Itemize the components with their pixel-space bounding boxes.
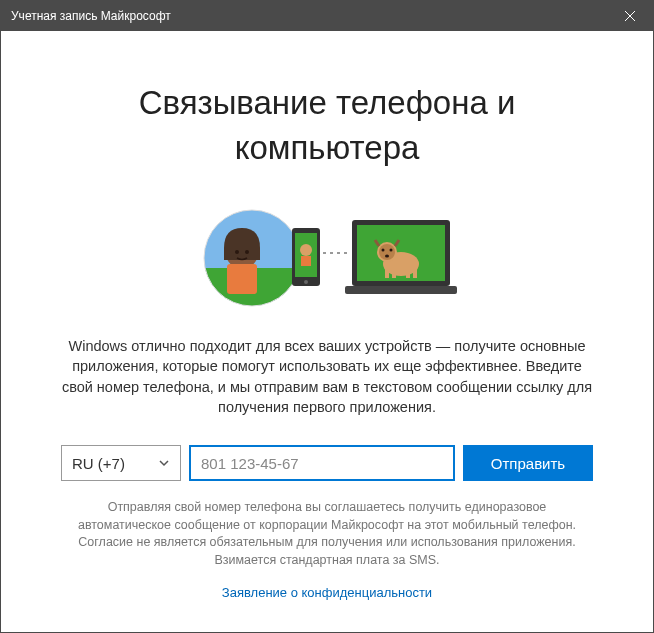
dialog-window: Учетная запись Майкрософт Связывание тел… — [0, 0, 654, 633]
svg-point-8 — [245, 250, 249, 254]
country-code-select[interactable]: RU (+7) — [61, 445, 181, 481]
svg-rect-22 — [385, 268, 389, 278]
titlebar: Учетная запись Майкрософт — [1, 1, 653, 31]
svg-point-26 — [382, 249, 385, 252]
privacy-link[interactable]: Заявление о конфиденциальности — [222, 585, 432, 600]
illustration — [197, 198, 457, 318]
svg-point-25 — [379, 244, 395, 260]
svg-point-27 — [390, 249, 393, 252]
svg-rect-20 — [392, 268, 396, 278]
close-button[interactable] — [607, 1, 653, 31]
svg-point-28 — [385, 255, 389, 258]
dialog-content: Связывание телефона и компьютера — [1, 31, 653, 632]
svg-point-12 — [300, 244, 312, 256]
svg-point-14 — [304, 280, 308, 284]
svg-rect-23 — [413, 268, 417, 278]
svg-rect-21 — [406, 268, 410, 278]
country-code-value: RU (+7) — [72, 455, 125, 472]
page-title: Связывание телефона и компьютера — [61, 81, 593, 170]
svg-rect-6 — [227, 264, 257, 294]
description-text: Windows отлично подходит для всех ваших … — [61, 336, 593, 417]
close-icon — [625, 11, 635, 21]
svg-rect-18 — [345, 286, 457, 294]
svg-point-7 — [235, 250, 239, 254]
window-title: Учетная запись Майкрософт — [11, 9, 171, 23]
phone-form: RU (+7) Отправить — [61, 445, 593, 481]
phone-input[interactable] — [189, 445, 455, 481]
svg-rect-13 — [301, 256, 311, 266]
submit-button[interactable]: Отправить — [463, 445, 593, 481]
sms-disclaimer: Отправляя свой номер телефона вы соглаша… — [61, 499, 593, 569]
chevron-down-icon — [158, 457, 170, 469]
